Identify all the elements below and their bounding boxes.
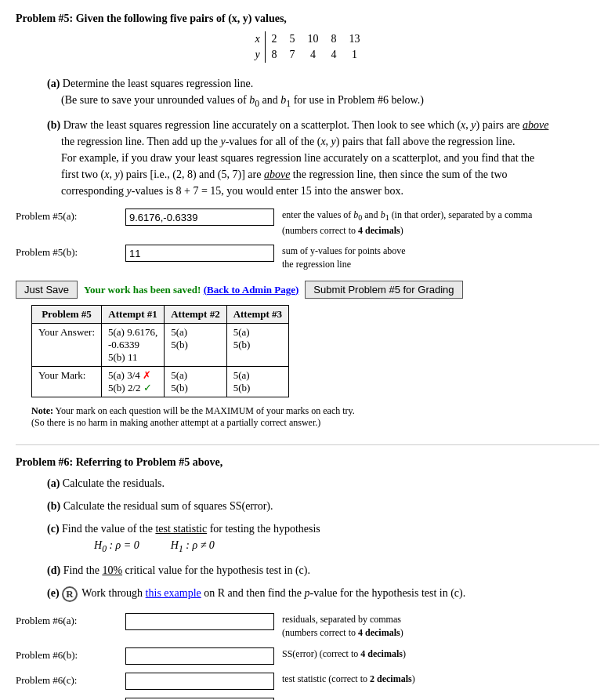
- p6-part-a-label: (a): [47, 477, 60, 489]
- p6-part-d-text: Find the 10% critical value for the hypo…: [63, 564, 310, 576]
- your-answer-row: Your Answer: 5(a) 9.6176,-0.63395(b) 11 …: [32, 324, 289, 367]
- p6-part-d: (d) Find the 10% critical value for the …: [47, 562, 599, 578]
- attempts-col-problem: Problem #5: [32, 306, 102, 324]
- p6-part-c: (c) Find the value of the test statistic…: [47, 520, 599, 556]
- p6-part-e-text2: on R and then find the p-value for the h…: [201, 587, 465, 599]
- note-box: Note: Your mark on each question will be…: [31, 405, 599, 429]
- saved-link[interactable]: (Back to Admin Page): [204, 284, 299, 296]
- hint-5a-line2: (numbers correct to 4 decimals): [282, 225, 403, 236]
- answer-row-6b: Problem #6(b): SS(error) (correct to 4 d…: [16, 647, 599, 665]
- y-val-4: 4: [325, 47, 343, 63]
- y-val-1: 8: [265, 47, 284, 63]
- problem5-section: Problem #5: Given the following five pai…: [16, 13, 599, 429]
- hypothesis-line: H0 : ρ = 0 H1 : ρ ≠ 0: [94, 537, 599, 556]
- hint-5b-line2: the regression line: [282, 259, 351, 270]
- then-text: then: [379, 169, 398, 180]
- p6-part-b-label: (b): [47, 500, 60, 512]
- y-val-3: 4: [302, 47, 325, 63]
- attempts-col-3: Attempt #3: [226, 306, 288, 324]
- hint-5b-line1: sum of y-values for points above: [282, 245, 406, 256]
- r-icon: R: [62, 586, 78, 602]
- hint-6c: test statistic (correct to 2 decimals): [282, 673, 415, 684]
- answer-6b-hint: SS(error) (correct to 4 decimals): [282, 647, 406, 661]
- part-a-text: Determine the least squares regression l…: [47, 78, 424, 106]
- data-table: x 2 5 10 8 13 y 8 7 4 4 1: [248, 31, 366, 63]
- just-save-button[interactable]: Just Save: [16, 281, 78, 299]
- attempt2-mark: 5(a)5(b): [165, 367, 226, 397]
- p6-part-a: (a) Calculate the residuals.: [47, 475, 599, 491]
- hint-5a-line1: enter the values of b0 and b1 (in that o…: [282, 209, 532, 220]
- answer-6a-hint: residuals, separated by commas (numbers …: [282, 613, 403, 640]
- answer-6c-hint: test statistic (correct to 2 decimals): [282, 673, 415, 686]
- saved-text: Your work has been saved!: [84, 284, 201, 296]
- answer-row-6a: Problem #6(a): residuals, separated by c…: [16, 613, 599, 640]
- answer-5a-label: Problem #5(a):: [16, 209, 125, 223]
- answer-6c-input[interactable]: [125, 673, 274, 690]
- your-answer-label: Your Answer:: [32, 324, 102, 367]
- hyp-h1: H1 : ρ ≠ 0: [171, 537, 215, 556]
- mark-check: ✓: [143, 382, 152, 394]
- attempt3-mark: 5(a)5(b): [226, 367, 288, 397]
- p6-part-d-label: (d): [47, 564, 60, 576]
- hyp-h0: H0 : ρ = 0: [94, 537, 139, 556]
- p6-part-c-label: (c): [47, 523, 60, 535]
- x-val-2: 5: [284, 31, 302, 47]
- mark-x: ✗: [143, 369, 151, 381]
- attempts-table: Problem #5 Attempt #1 Attempt #2 Attempt…: [31, 305, 289, 397]
- p6-part-a-text: Calculate the residuals.: [63, 477, 165, 489]
- problem6-title: Problem #6: Referring to Problem #5 abov…: [16, 456, 599, 469]
- answer-6c-label: Problem #6(c):: [16, 673, 125, 687]
- answer-6b-input[interactable]: [125, 647, 274, 665]
- y-label: y: [248, 47, 265, 63]
- your-mark-row: Your Mark: 5(a) 3/4 ✗5(b) 2/2 ✓ 5(a)5(b)…: [32, 367, 289, 397]
- answer-5a-hint: enter the values of b0 and b1 (in that o…: [282, 209, 532, 237]
- x-val-1: 2: [265, 31, 284, 47]
- y-val-2: 7: [284, 47, 302, 63]
- problem5-parts: (a) Determine the least squares regressi…: [47, 75, 599, 199]
- p6-part-e-label: (e): [47, 587, 60, 599]
- note-sub: (So there is no harm in making another a…: [31, 417, 320, 428]
- answer-row-6c: Problem #6(c): test statistic (correct t…: [16, 673, 599, 690]
- answer-6a-label: Problem #6(a):: [16, 613, 125, 627]
- p6-part-b-text: Calculate the residual sum of squares SS…: [63, 500, 273, 512]
- answer-5b-input[interactable]: [125, 245, 274, 262]
- answer-5a-input[interactable]: [125, 209, 274, 226]
- p6-part-c-text: Find the value of the test statistic for…: [62, 523, 320, 535]
- answer-5b-hint: sum of y-values for points above the reg…: [282, 245, 406, 271]
- attempt1-answer: 5(a) 9.6176,-0.63395(b) 11: [102, 324, 165, 367]
- problem5-title-bold: Problem #5:: [16, 13, 73, 24]
- answer-row-5a: Problem #5(a): enter the values of b0 an…: [16, 209, 599, 237]
- x-val-5: 13: [343, 31, 367, 47]
- hint-6b: SS(error) (correct to 4 decimals): [282, 648, 406, 659]
- section-divider: [16, 444, 599, 445]
- buttons-row-5: Just Save Your work has been saved! (Bac…: [16, 281, 599, 299]
- note-text: Your mark on each question will be the M…: [56, 405, 355, 416]
- saved-message: Your work has been saved! (Back to Admin…: [84, 284, 298, 296]
- attempt2-answer: 5(a)5(b): [165, 324, 226, 367]
- hint-6a-line2: (numbers correct to 4 decimals): [282, 627, 403, 638]
- answer-6a-input[interactable]: [125, 613, 274, 630]
- part-b-label: (b): [47, 119, 60, 131]
- part-b-text: Draw the least squares regression line a…: [47, 119, 548, 197]
- attempts-col-1: Attempt #1: [102, 306, 165, 324]
- x-val-4: 8: [325, 31, 343, 47]
- answer-5b-label: Problem #5(b):: [16, 245, 125, 259]
- submit-button-5[interactable]: Submit Problem #5 for Grading: [305, 281, 462, 299]
- note-bold: Note:: [31, 405, 53, 416]
- problem5-title-text: Given the following five pairs of (x, y)…: [73, 13, 287, 24]
- x-label: x: [248, 31, 265, 47]
- part-a: (a) Determine the least squares regressi…: [47, 75, 599, 111]
- answer-row-5b: Problem #5(b): sum of y-values for point…: [16, 245, 599, 271]
- part-b: (b) Draw the least squares regression li…: [47, 117, 599, 199]
- problem6-section: Problem #6: Referring to Problem #5 abov…: [16, 456, 599, 700]
- attempts-col-2: Attempt #2: [165, 306, 226, 324]
- this-example-link[interactable]: this example: [146, 587, 201, 599]
- p6-part-e: (e) R Work through this example on R and…: [47, 585, 599, 602]
- p6-part-e-text1: Work through: [81, 587, 145, 599]
- problem6-parts: (a) Calculate the residuals. (b) Calcula…: [47, 475, 599, 602]
- y-val-5: 1: [343, 47, 367, 63]
- p6-part-b: (b) Calculate the residual sum of square…: [47, 498, 599, 514]
- attempt3-answer: 5(a)5(b): [226, 324, 288, 367]
- attempt1-mark: 5(a) 3/4 ✗5(b) 2/2 ✓: [102, 367, 165, 397]
- x-val-3: 10: [302, 31, 325, 47]
